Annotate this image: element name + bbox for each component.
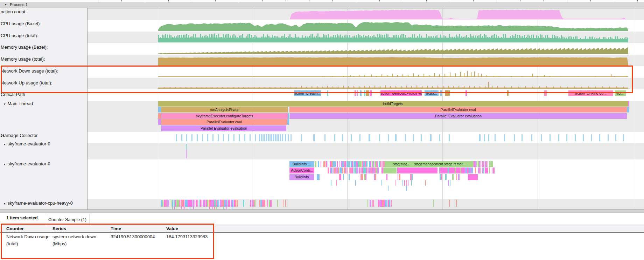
slice-sliver bbox=[259, 200, 260, 207]
sidebar-item-cpu-usage-bazel[interactable]: CPU usage (Bazel): bbox=[1, 21, 41, 26]
slice-sliver bbox=[382, 161, 383, 167]
gc-tick bbox=[608, 134, 609, 141]
sidebar-item-main-thread[interactable]: ▾Main Thread bbox=[4, 101, 33, 106]
slice-unlabeled[interactable] bbox=[449, 200, 450, 207]
slice-sliver bbox=[179, 200, 180, 207]
gc-tick bbox=[191, 134, 192, 141]
slice-sliver bbox=[315, 161, 316, 167]
slice-unlabeled[interactable] bbox=[397, 167, 438, 173]
gc-tick bbox=[514, 134, 515, 141]
slice-sliver bbox=[380, 161, 381, 167]
slice-buildinfo[interactable]: BuildInfo bbox=[289, 174, 314, 180]
gc-tick bbox=[259, 134, 260, 141]
process-header-bar[interactable]: ▾ Process 1 bbox=[0, 2, 644, 8]
slice-unlabeled[interactable] bbox=[283, 200, 284, 207]
sidebar-item-skyframe-evaluator-0[interactable]: ▾skyframe-evaluator-0 bbox=[4, 141, 50, 146]
gc-tick bbox=[176, 134, 177, 141]
sidebar-item-cpu-usage-total[interactable]: CPU usage (total): bbox=[1, 33, 38, 38]
slice-skyframeexecutor-configuretargets[interactable]: skyframeExecutor.configureTargets bbox=[161, 113, 288, 119]
sidebar-item-memory-usage-bazel[interactable]: Memory usage (Bazel): bbox=[1, 45, 48, 50]
sidebar-item-garbage-collector[interactable]: Garbage Collector bbox=[1, 133, 38, 138]
slice-sliver bbox=[192, 200, 192, 207]
gc-tick bbox=[228, 134, 229, 141]
slice-unlabeled[interactable] bbox=[277, 200, 278, 207]
slice-sliver bbox=[346, 167, 348, 173]
slice-sliver bbox=[448, 180, 449, 186]
gc-tick bbox=[261, 134, 262, 141]
slice-unlabeled[interactable] bbox=[440, 167, 473, 173]
slice-unlabeled[interactable] bbox=[627, 107, 629, 112]
slice-sliver bbox=[204, 200, 205, 207]
gc-tick bbox=[342, 134, 343, 141]
slice-unlabeled[interactable] bbox=[158, 113, 161, 119]
slice-unlabeled[interactable] bbox=[158, 107, 161, 112]
slice-buildtargets[interactable]: buildTargets bbox=[158, 101, 628, 107]
slice-sliver bbox=[445, 174, 447, 180]
ruler-tick bbox=[637, 0, 638, 1]
expand-triangle-icon[interactable]: ▾ bbox=[4, 202, 6, 205]
slice-unlabeled[interactable] bbox=[628, 101, 629, 107]
slice-parallel-evaluator-evaluation[interactable]: Parallel Evaluator evaluation bbox=[161, 125, 286, 131]
slice-sliver bbox=[265, 200, 265, 207]
ruler-tick bbox=[98, 0, 98, 1]
gc-tick bbox=[359, 134, 360, 141]
track-label-text: Garbage Collector bbox=[1, 133, 38, 138]
slice-sliver bbox=[202, 200, 202, 207]
slice-sliver bbox=[206, 200, 207, 207]
counter-chart-memory-usage-total-[interactable] bbox=[88, 55, 644, 66]
sidebar-item-memory-usage-total[interactable]: Memory usage (total): bbox=[1, 56, 45, 62]
slice-sliver bbox=[483, 167, 484, 173]
gc-tick bbox=[275, 134, 276, 141]
slice-runanalysisphase[interactable]: runAnalysisPhase bbox=[161, 107, 288, 112]
ruler-tick bbox=[145, 0, 145, 1]
slice-sliver bbox=[383, 161, 385, 167]
slice-unlabeled[interactable] bbox=[383, 167, 397, 173]
gc-tick bbox=[583, 134, 584, 141]
slice-unlabeled[interactable] bbox=[317, 174, 320, 180]
slice-sliver bbox=[398, 174, 398, 180]
gc-tick bbox=[599, 134, 600, 141]
slice-unlabeled[interactable] bbox=[285, 200, 286, 207]
slice-sliver bbox=[193, 200, 194, 207]
expand-triangle-icon[interactable]: ▾ bbox=[4, 163, 6, 166]
sidebar-item-skyframe-evaluator-cpu-heavy-0[interactable]: ▾skyframe-evaluator-cpu-heavy-0 bbox=[4, 200, 73, 206]
gc-tick bbox=[207, 134, 208, 141]
slice-actionconti-[interactable]: ActionConti... bbox=[289, 167, 314, 173]
slice-sliver bbox=[388, 186, 389, 191]
track-label-text: Memory usage (total): bbox=[1, 56, 45, 62]
slice-unlabeled[interactable] bbox=[456, 200, 457, 207]
slice-sliver bbox=[227, 200, 227, 207]
slice-sliver bbox=[183, 200, 184, 207]
slice-sliver bbox=[355, 167, 356, 173]
slice-unlabeled[interactable] bbox=[287, 119, 289, 125]
counter-chart-cpu-usage-total-[interactable] bbox=[88, 32, 644, 42]
slice-parallelevaluator-eval[interactable]: ParallelEvaluator.eval bbox=[289, 107, 627, 112]
slice-sliver bbox=[489, 161, 490, 167]
expand-triangle-icon[interactable]: ▾ bbox=[4, 143, 6, 146]
slice-unlabeled[interactable]: stag:stag...stagemanagement.stage.remot.… bbox=[383, 161, 474, 167]
slice-parallelevaluator-eval[interactable]: ParallelEvaluator.eval bbox=[161, 119, 287, 125]
slice-unlabeled[interactable] bbox=[468, 174, 478, 180]
expand-triangle-icon[interactable]: ▾ bbox=[4, 102, 6, 106]
sidebar-item-skyframe-evaluator-0[interactable]: ▾skyframe-evaluator-0 bbox=[4, 161, 50, 166]
slice-sliver bbox=[340, 174, 341, 180]
slice-sliver bbox=[476, 161, 477, 167]
gc-tick bbox=[266, 134, 267, 141]
counter-chart-memory-usage-bazel-[interactable] bbox=[88, 44, 644, 54]
slice-sliver bbox=[337, 167, 338, 173]
slice-unlabeled[interactable] bbox=[288, 113, 289, 119]
slice-unlabeled[interactable] bbox=[433, 200, 434, 207]
slice-parallel-evaluator-evaluation[interactable]: Parallel Evaluator evaluation bbox=[290, 113, 627, 119]
gc-tick bbox=[186, 134, 187, 141]
slice-sliver bbox=[439, 167, 440, 173]
counter-chart-cpu-usage-bazel-[interactable] bbox=[88, 21, 644, 31]
slice-unlabeled[interactable] bbox=[158, 119, 161, 125]
slice-sliver bbox=[376, 167, 377, 173]
slice-sliver bbox=[489, 167, 490, 173]
counter-chart-action-count[interactable] bbox=[88, 9, 644, 19]
sidebar-item-action-count[interactable]: action count: bbox=[1, 9, 27, 14]
gc-tick bbox=[488, 134, 489, 141]
slice-sliver bbox=[355, 180, 356, 186]
slice-sliver bbox=[471, 167, 473, 173]
slice-buildinfo-[interactable]: BuildInfo ... bbox=[289, 161, 314, 167]
